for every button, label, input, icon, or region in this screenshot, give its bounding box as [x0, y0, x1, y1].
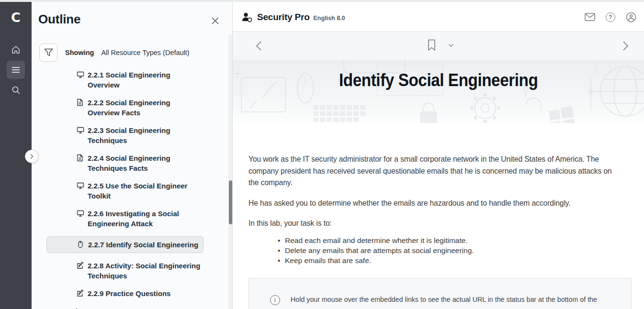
- outline-item-activity[interactable]: 2.2.9 Practice Questions: [77, 288, 203, 298]
- outline-item-video[interactable]: 2.2.1 Social Engineering Overview: [77, 70, 203, 90]
- top-strip: [0, 0, 644, 2]
- outline-panel: Outline Showing All Resource Types (Defa…: [32, 2, 232, 309]
- outline-menu-button[interactable]: [7, 61, 25, 79]
- header-actions: ?: [585, 12, 636, 22]
- filter-showing-label: Showing: [65, 49, 94, 56]
- document-icon: [77, 99, 84, 106]
- monitor-icon: [77, 126, 84, 134]
- filter-button[interactable]: [39, 44, 57, 62]
- messages-button[interactable]: [585, 12, 595, 22]
- home-icon: [11, 45, 21, 55]
- security-doodle-pattern: [233, 60, 644, 123]
- chevron-down-icon: [448, 44, 454, 47]
- outline-item-document[interactable]: 2.2.4 Social Engineering Techniques Fact…: [77, 153, 203, 173]
- search-icon: [11, 86, 21, 95]
- page-title: Identify Social Engineering: [233, 70, 644, 90]
- close-icon: [211, 17, 219, 25]
- document-icon: [77, 154, 84, 162]
- chevron-right-icon: [30, 154, 34, 159]
- scenario-paragraph: You work as the IT security administrato…: [249, 154, 623, 189]
- product-edition: English 8.0: [314, 15, 345, 22]
- outline-item-lab-selected[interactable]: 2.2.7 Identify Social Engineering: [46, 236, 203, 253]
- hamburger-icon: [11, 66, 20, 73]
- outline-item-document[interactable]: 2.2.2 Social Engineering Overview Facts: [77, 98, 203, 118]
- edit-icon: [77, 262, 84, 269]
- outline-list: 2.2.1 Social Engineering Overview 2.2.2 …: [32, 70, 223, 309]
- previous-button[interactable]: [256, 41, 262, 51]
- next-button[interactable]: [622, 41, 629, 51]
- filter-value: All Resource Types (Default): [101, 49, 189, 56]
- edit-icon: [77, 289, 84, 297]
- note-callout: i Hold your mouse over the embedded link…: [249, 278, 632, 309]
- scenario-paragraph: He has asked you to determine whether th…: [249, 198, 623, 210]
- chevron-right-icon: [622, 41, 629, 51]
- account-button[interactable]: [626, 12, 636, 22]
- help-button[interactable]: ?: [605, 12, 616, 22]
- info-icon: i: [270, 295, 280, 305]
- user-shield-icon: [241, 11, 253, 23]
- outline-scrollbar-track[interactable]: [228, 34, 232, 309]
- note-text: Hold your mouse over the embedded links …: [291, 294, 617, 309]
- outline-item-video[interactable]: 2.2.3 Social Engineering Techniques: [77, 125, 203, 145]
- panel-collapse-button[interactable]: [25, 150, 38, 163]
- outline-scrollbar-thumb[interactable]: [229, 180, 232, 224]
- task-intro: In this lab, your task is to:: [249, 218, 623, 230]
- outline-item-activity[interactable]: 2.2.8 Activity: Social Engineering Techn…: [77, 261, 203, 281]
- lab-instructions: You work as the IT security administrato…: [233, 123, 644, 309]
- app-logo[interactable]: C: [8, 10, 23, 25]
- close-outline-button[interactable]: [209, 15, 221, 26]
- panel-divider: [232, 0, 233, 309]
- task-item: Keep emails that are safe.: [249, 255, 644, 265]
- mouse-icon: [77, 241, 85, 248]
- outline-section-malware[interactable]: 2.3 Malware: [54, 306, 203, 309]
- task-item: Delete any emails that are attempts at s…: [249, 245, 644, 255]
- product-name: Security Pro: [257, 12, 310, 22]
- filter-row: Showing All Resource Types (Default): [39, 44, 190, 62]
- task-list: Read each email and determine whether it…: [249, 235, 644, 266]
- content-area: Security Pro English 8.0 ?: [233, 0, 644, 309]
- search-button[interactable]: [7, 81, 25, 99]
- title-banner: Identify Social Engineering: [233, 60, 644, 123]
- monitor-icon: [77, 210, 84, 217]
- home-button[interactable]: [7, 41, 25, 59]
- monitor-icon: [77, 71, 84, 78]
- question-icon: ?: [606, 12, 615, 22]
- app-window: C: [0, 0, 644, 309]
- bookmark-icon: [428, 39, 436, 51]
- outline-item-video[interactable]: 2.2.6 Investigating a Social Engineering…: [77, 209, 203, 229]
- mail-icon: [585, 13, 595, 21]
- product-header: Security Pro English 8.0 ?: [233, 0, 644, 32]
- bookmark-button[interactable]: [428, 39, 436, 51]
- funnel-icon: [44, 48, 53, 57]
- chevron-left-icon: [256, 41, 262, 51]
- person-circle-icon: [626, 12, 636, 22]
- lesson-navbar: [233, 32, 644, 60]
- task-item: Read each email and determine whether it…: [249, 235, 644, 245]
- bookmark-menu-button[interactable]: [448, 44, 454, 47]
- outline-item-video[interactable]: 2.2.5 Use the Social Engineer Toolkit: [77, 181, 203, 201]
- monitor-icon: [77, 182, 84, 189]
- outline-title: Outline: [38, 12, 80, 27]
